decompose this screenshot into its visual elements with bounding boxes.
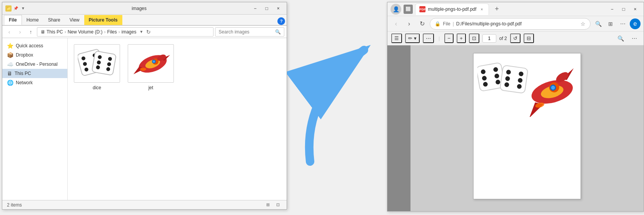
sidebar-item-quick-access[interactable]: ⭐ Quick access: [2, 41, 67, 50]
forward-button[interactable]: ›: [15, 27, 25, 37]
pdf-outline-button[interactable]: ☰: [391, 33, 402, 43]
tab-share[interactable]: Share: [43, 15, 65, 25]
tab-close-button[interactable]: ×: [479, 6, 485, 12]
arrow-svg: [287, 0, 387, 215]
jet-thumbnail: [128, 44, 174, 83]
pdf-annotation-button[interactable]: ✏ ▾: [405, 33, 420, 43]
search-bar[interactable]: 🔍: [215, 27, 284, 37]
pdf-more-button[interactable]: ⋯: [423, 33, 434, 43]
page-number-input[interactable]: [482, 34, 496, 43]
toolbar-divider: |: [439, 36, 440, 41]
sidebar-label-this-pc: This PC: [15, 71, 31, 76]
crumb-thispc[interactable]: This PC: [47, 29, 63, 35]
search-input[interactable]: [219, 29, 274, 35]
browser-window-controls: − □ ×: [607, 5, 641, 13]
browser-maximize-button[interactable]: □: [618, 5, 629, 13]
crumb-images[interactable]: images: [122, 29, 137, 35]
sidebar-item-onedrive[interactable]: ☁️ OneDrive - Personal: [2, 60, 67, 69]
details-view-button[interactable]: ⊞: [264, 202, 272, 208]
browser-minimize-button[interactable]: −: [607, 5, 617, 13]
folder-icon: 📁: [5, 5, 12, 12]
folder-crumb-icon: 🖥: [40, 29, 45, 35]
dropbox-icon: 📦: [7, 52, 13, 58]
browser-extension-icon: ⬜: [404, 5, 413, 14]
quick-access-icon: ⭐: [7, 43, 13, 49]
file-list: dice: [68, 38, 287, 200]
browser-back-button[interactable]: ‹: [390, 18, 401, 29]
onedrive-icon: ☁️: [7, 61, 13, 67]
tab-file[interactable]: File: [4, 15, 22, 25]
sidebar-item-dropbox[interactable]: 📦 Dropbox: [2, 50, 67, 60]
tab-picture-tools[interactable]: Picture Tools: [84, 15, 122, 25]
sidebar-label-dropbox: Dropbox: [16, 52, 33, 58]
zoom-button[interactable]: 🔍: [593, 18, 604, 29]
pdf-search-button[interactable]: 🔍: [615, 33, 626, 44]
url-path: D:/Files/multiple-pngs-to-pdf.pdf: [456, 21, 578, 27]
zoom-out-button[interactable]: −: [444, 33, 454, 43]
file-item-dice[interactable]: dice: [74, 44, 120, 90]
item-count: 2 2 itemsitems: [7, 202, 22, 208]
tab-title: multiple-pngs-to-pdf.pdf: [428, 7, 476, 12]
tab-home[interactable]: Home: [22, 15, 43, 25]
explorer-body: ⭐ Quick access 📦 Dropbox ☁️ OneDrive - P…: [2, 38, 287, 200]
maximize-button[interactable]: □: [261, 5, 272, 12]
previous-page-button[interactable]: ↺: [510, 33, 521, 43]
file-explorer: 📁 📌 ▼ images − □ × File Home Share View …: [2, 2, 287, 210]
this-pc-icon: 🖥: [7, 70, 12, 77]
pdf-tab-icon: PDF: [419, 6, 425, 12]
pdf-toolbar: ☰ ✏ ▾ ⋯ | − + ⊡ of 2 ↺ ⊟ 🔍 ⋯: [387, 32, 644, 45]
url-protocol-label: File: [443, 21, 450, 27]
tab-view[interactable]: View: [65, 15, 84, 25]
page-total: of 2: [499, 36, 507, 41]
address-dropdown-arrow[interactable]: ▼: [139, 30, 143, 34]
crumb-files[interactable]: Files: [107, 29, 117, 35]
sidebar-item-this-pc[interactable]: 🖥 This PC: [2, 69, 67, 78]
svg-point-22: [153, 60, 155, 63]
edge-icon[interactable]: e: [630, 18, 641, 29]
url-bar[interactable]: 🔒 File | D:/Files/multiple-pngs-to-pdf.p…: [430, 18, 591, 30]
minimize-button[interactable]: −: [250, 5, 260, 12]
refresh-button[interactable]: ↻: [146, 29, 151, 35]
sidebar-item-network[interactable]: 🌐 Network: [2, 78, 67, 87]
more-tools-button[interactable]: ⋯: [617, 18, 628, 29]
help-button[interactable]: ?: [277, 17, 285, 25]
crumb-drive[interactable]: New Volume (D:): [68, 29, 103, 35]
close-button[interactable]: ×: [273, 5, 284, 12]
pdf-sidebar: [387, 45, 410, 211]
svg-point-19: [140, 68, 146, 71]
search-icon: 🔍: [275, 29, 281, 35]
browser-title-bar: 👤 ⬜ PDF multiple-pngs-to-pdf.pdf × + − □…: [387, 2, 644, 16]
jet-filename: jet: [148, 85, 153, 90]
read-aloud-button[interactable]: ⊞: [605, 18, 616, 29]
fit-page-button[interactable]: ⊡: [469, 33, 479, 43]
arrow-container: [287, 0, 387, 215]
large-icons-view-button[interactable]: ⊡: [274, 202, 282, 208]
title-bar-icons: 📁 📌 ▼: [5, 5, 26, 12]
dice-thumbnail: [74, 44, 120, 83]
browser-close-button[interactable]: ×: [630, 5, 641, 13]
bookmark-star-icon[interactable]: ☆: [581, 21, 586, 27]
pdf-options-button[interactable]: ⋯: [629, 33, 640, 44]
pdf-page-1: [473, 53, 581, 199]
up-button[interactable]: ↑: [26, 27, 35, 37]
file-item-jet[interactable]: jet: [128, 44, 174, 90]
ribbon: File Home Share View Picture Tools ?: [2, 15, 287, 26]
browser-window: 👤 ⬜ PDF multiple-pngs-to-pdf.pdf × + − □…: [387, 2, 644, 212]
browser-toolbar-right: 🔍 ⊞ ⋯ e: [593, 18, 641, 29]
browser-forward-button[interactable]: ›: [404, 18, 414, 29]
browser-content: [387, 45, 644, 211]
zoom-in-button[interactable]: +: [457, 33, 466, 43]
pdf-jet-image: [517, 59, 579, 117]
address-bar[interactable]: 🖥 This PC › New Volume (D:) › Files › im…: [37, 27, 214, 37]
jet-image: [130, 47, 172, 80]
back-button[interactable]: ‹: [5, 27, 14, 37]
network-icon: 🌐: [7, 80, 13, 86]
rotate-button[interactable]: ⊟: [524, 33, 534, 43]
browser-refresh-button[interactable]: ↻: [417, 18, 427, 29]
new-tab-button[interactable]: +: [491, 4, 502, 15]
browser-tab-pdf[interactable]: PDF multiple-pngs-to-pdf.pdf ×: [415, 3, 489, 15]
dice-filename: dice: [93, 85, 101, 90]
dice-image: [78, 48, 116, 79]
view-controls: ⊞ ⊡: [264, 202, 282, 208]
url-protocol-icon: 🔒: [435, 21, 440, 27]
